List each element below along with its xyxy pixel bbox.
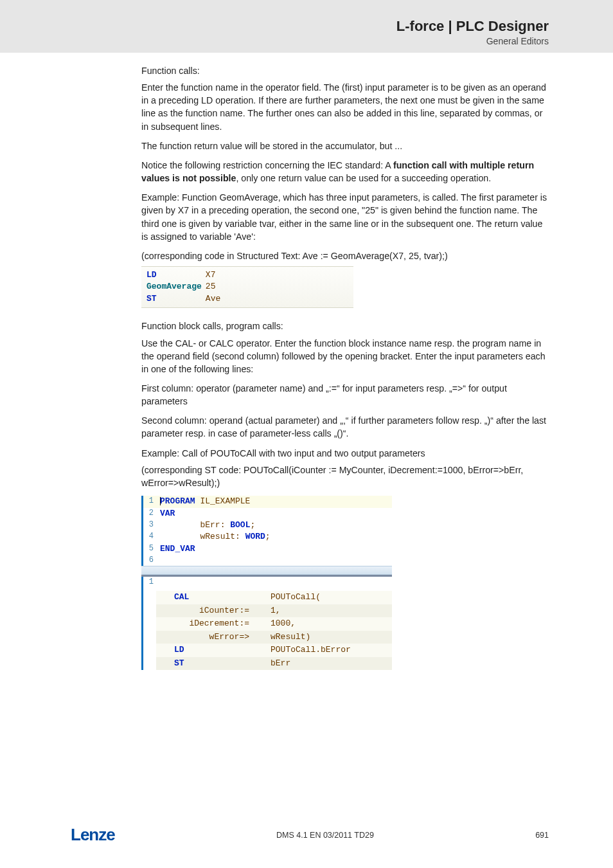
indent	[160, 520, 200, 530]
arg-1: 1,	[271, 605, 281, 617]
section1-para5: (corresponding code in Structured Text: …	[141, 249, 549, 262]
arg-1000: 1000,	[271, 618, 296, 629]
editor-implementation-pane[interactable]: 1 CALPOUToCall( iCounter:=1, iDecrement:…	[141, 577, 392, 670]
op-cal: CAL	[174, 592, 271, 603]
page-footer: Lenze DMS 4.1 EN 03/2011 TD29 691	[0, 825, 613, 845]
section1-para3-c: , only one return value can be used for …	[236, 173, 491, 183]
arg-berror: POUToCall.bError	[271, 644, 351, 656]
type-word: WORD	[245, 532, 265, 541]
editor-declaration-pane[interactable]: 1 PROGRAM IL_EXAMPLE 2 VAR 3 bErr: BOOL;…	[141, 496, 392, 566]
lenze-logo: Lenze	[71, 825, 115, 845]
page-content: Function calls: Enter the function name …	[0, 53, 613, 670]
section2-para1: Use the CAL- or CALC operator. Enter the…	[141, 337, 549, 375]
param-werror: wError=>	[174, 631, 271, 643]
line-number: 3	[143, 520, 156, 531]
header-subtitle: General Editors	[0, 36, 549, 46]
line-number: 5	[143, 543, 156, 555]
code1-arg-ave: Ave	[206, 293, 224, 305]
op-st: ST	[174, 658, 271, 669]
line-number: 1	[143, 577, 156, 591]
il-row: iCounter:=1,	[156, 604, 392, 617]
id-berr: bErr	[200, 520, 220, 530]
section1-para4: Example: Function GeomAverage, which has…	[141, 191, 549, 243]
code-editor: 1 PROGRAM IL_EXAMPLE 2 VAR 3 bErr: BOOL;…	[141, 496, 392, 670]
line-number: 6	[143, 555, 156, 566]
logo-l: L	[71, 825, 80, 844]
line-number: 4	[143, 531, 156, 543]
page-header: L-force | PLC Designer General Editors	[0, 0, 613, 53]
section1-para3: Notice the following restriction concern…	[141, 159, 549, 185]
section1-para2: The function return value will be stored…	[141, 140, 549, 152]
param-idecrement: iDecrement:=	[174, 618, 271, 629]
page-number: 691	[535, 831, 549, 840]
logo-rest: enze	[80, 825, 115, 844]
type-bool: BOOL	[230, 520, 250, 530]
il-row: iDecrement:=1000,	[156, 617, 392, 630]
code1-op-st: ST	[147, 293, 206, 305]
il-code-snippet-1: LDX7 GeomAverage25 STAve	[141, 266, 353, 308]
section2-para3: Second column: operand (actual parameter…	[141, 414, 549, 440]
semi: ;	[250, 520, 255, 530]
section2-para4: Example: Call of POUToCAll with two inpu…	[141, 447, 549, 460]
section2-heading: Function block calls, program calls:	[141, 320, 549, 332]
kw-var: VAR	[160, 509, 175, 518]
section1-para3-a: Notice the following restriction concern…	[141, 160, 393, 170]
section1-heading: Function calls:	[141, 64, 549, 77]
colon: :	[220, 520, 231, 530]
code1-op-ld: LD	[147, 269, 206, 281]
op-ld: LD	[174, 644, 271, 656]
header-title: L-force | PLC Designer	[0, 18, 549, 35]
section1-para1: Enter the function name in the operator …	[141, 81, 549, 133]
line-number: 2	[143, 508, 156, 520]
arg-poutocall: POUToCall(	[271, 592, 321, 603]
il-row: STbErr	[156, 657, 392, 670]
kw-endvar: END_VAR	[160, 544, 195, 554]
arg-berr: bErr	[271, 658, 290, 669]
line-number: 1	[143, 496, 156, 507]
kw-program: PROGRAM	[160, 496, 195, 506]
id-il-example: IL_EXAMPLE	[195, 496, 251, 506]
code1-arg-25: 25	[206, 281, 224, 293]
footer-center: DMS 4.1 EN 03/2011 TD29	[276, 831, 374, 840]
colon: :	[235, 532, 245, 541]
code1-op-geomavg: GeomAverage	[147, 281, 206, 293]
il-row: LDPOUToCall.bError	[156, 644, 392, 656]
semi: ;	[265, 532, 271, 541]
section2-para5: (corresponding ST code: POUToCall(iCount…	[141, 464, 549, 489]
param-icounter: iCounter:=	[174, 605, 271, 617]
il-row: wError=>wResult)	[156, 631, 392, 644]
editor-splitter[interactable]	[141, 566, 392, 575]
il-row: CALPOUToCall(	[156, 591, 392, 604]
id-wresult: wResult	[200, 532, 235, 541]
code1-arg-x7: X7	[206, 269, 224, 281]
arg-wresult: wResult)	[271, 631, 310, 643]
indent	[160, 532, 200, 541]
section2-para2: First column: operator (parameter name) …	[141, 382, 549, 408]
